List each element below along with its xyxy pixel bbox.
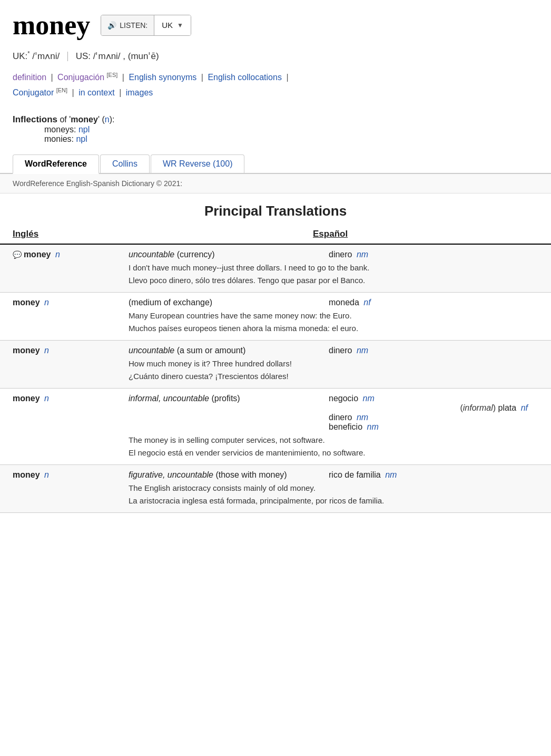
- entry-word: money: [24, 250, 51, 259]
- inflection-row-1: moneys: npl: [44, 125, 538, 134]
- entry-pos: n: [55, 250, 60, 259]
- link-conjugator[interactable]: Conjugator [EN]: [13, 88, 67, 97]
- row-top: money ninformal, uncountable (profits)ne…: [13, 394, 538, 432]
- es-translation-item: dinero nm: [329, 413, 538, 422]
- link-english-collocations[interactable]: English collocations: [208, 73, 282, 82]
- es-tag[interactable]: nm: [367, 422, 379, 431]
- tab-collins[interactable]: Collins: [100, 154, 150, 173]
- def-descriptor: uncountable: [129, 250, 174, 259]
- entry-word: money: [13, 470, 40, 479]
- row-es: negocio nm(informal) plata nfdinero nmbe…: [329, 394, 538, 432]
- row-definition: uncountable (a sum or amount): [129, 346, 329, 355]
- es-translation-item: (informal) plata nf: [329, 403, 538, 413]
- inflection-form-2: monies:: [44, 134, 76, 143]
- es-translation-item: beneficio nm: [329, 422, 538, 432]
- row-definition: (medium of exchange): [129, 298, 329, 307]
- listen-label: LISTEN:: [120, 21, 147, 30]
- def-descriptor: uncountable: [129, 346, 174, 355]
- entry-word: money: [13, 394, 40, 403]
- speaker-icon: 🔊: [107, 21, 116, 30]
- inflection-row-2: monies: npl: [44, 134, 538, 144]
- row-en-word: money n: [13, 346, 129, 355]
- entry-word: money: [13, 298, 40, 307]
- es-prefix: (informal): [460, 403, 498, 412]
- sep5: |: [72, 88, 74, 97]
- inflection-form-1: moneys:: [44, 125, 78, 134]
- uk-label: UK: [162, 21, 173, 30]
- listen-button[interactable]: 🔊 LISTEN: UK ▼: [101, 15, 191, 36]
- example-es: ¿Cuánto dinero cuesta? ¡Trescientos dóla…: [129, 370, 538, 383]
- tabs-area: WordReference Collins WR Reverse (100): [0, 149, 551, 174]
- es-tag[interactable]: nf: [363, 298, 370, 307]
- listen-right[interactable]: UK ▼: [154, 15, 191, 35]
- def-descriptor: figurative, uncountable: [129, 470, 213, 479]
- link-conjugacion[interactable]: Conjugación [ES]: [57, 73, 117, 82]
- entry-pos: n: [44, 394, 49, 403]
- dict-row: 💬 money nuncountable (currency)dinero nm…: [0, 245, 551, 293]
- example-es: El negocio está en vender servicios de m…: [129, 447, 538, 459]
- listen-left[interactable]: 🔊 LISTEN:: [101, 15, 154, 35]
- col-espanol-label: Español: [129, 229, 538, 239]
- tab-wordreference[interactable]: WordReference: [13, 154, 99, 174]
- sep1: |: [51, 73, 53, 82]
- example-en: I don't have much money--just three doll…: [129, 261, 538, 274]
- row-top: money nuncountable (a sum or amount)dine…: [13, 346, 538, 355]
- row-top: 💬 money nuncountable (currency)dinero nm: [13, 250, 538, 259]
- es-word: dinero: [329, 346, 352, 355]
- es-tag[interactable]: nm: [357, 250, 368, 259]
- example-es: La aristocracia inglesa está formada, pr…: [129, 495, 538, 507]
- inflections-title: Inflections: [13, 114, 57, 124]
- es-tag[interactable]: nm: [385, 470, 397, 479]
- es-tag[interactable]: nf: [521, 403, 528, 412]
- es-tag[interactable]: nm: [357, 413, 368, 422]
- row-examples: I don't have much money--just three doll…: [13, 261, 538, 287]
- es-badge: [ES]: [107, 72, 118, 78]
- inflections-of-text: of ': [60, 115, 71, 124]
- es-word: dinero: [329, 250, 352, 259]
- link-in-context[interactable]: in context: [78, 88, 114, 97]
- pronunciation-area: UK:* /ˈmʌni/ US: /ˈmʌni/ , (munˈē): [0, 46, 551, 68]
- chat-icon: 💬: [13, 250, 24, 259]
- row-en-word: money n: [13, 298, 129, 307]
- sep3: |: [201, 73, 203, 82]
- row-examples: Many European countries have the same mo…: [13, 309, 538, 335]
- dropdown-arrow-icon: ▼: [177, 22, 183, 29]
- es-word: beneficio: [329, 422, 362, 431]
- entries-container: 💬 money nuncountable (currency)dinero nm…: [0, 245, 551, 513]
- es-tag[interactable]: nm: [363, 394, 375, 403]
- links-area: definition | Conjugación [ES] | English …: [0, 68, 551, 107]
- tab-wr-reverse[interactable]: WR Reverse (100): [151, 154, 244, 173]
- inflection-npl-link-2[interactable]: npl: [76, 134, 87, 143]
- example-en: The English aristocracy consists mainly …: [129, 482, 538, 495]
- link-definition[interactable]: definition: [13, 73, 46, 82]
- row-es: dinero nm: [329, 346, 538, 355]
- row-top: money nfigurative, uncountable (those wi…: [13, 470, 538, 480]
- row-definition: uncountable (currency): [129, 250, 329, 259]
- example-en: Many European countries have the same mo…: [129, 309, 538, 322]
- dict-row: money nuncountable (a sum or amount)dine…: [0, 341, 551, 389]
- link-english-synonyms[interactable]: English synonyms: [129, 73, 196, 82]
- es-word: moneda: [329, 298, 359, 307]
- sep6: |: [119, 88, 121, 97]
- row-examples: How much money is it? Three hundred doll…: [13, 357, 538, 383]
- pron-divider: [67, 52, 68, 61]
- row-top: money n(medium of exchange)moneda nf: [13, 298, 538, 307]
- link-images[interactable]: images: [126, 88, 153, 97]
- inflections-pos-link[interactable]: n: [105, 115, 110, 124]
- row-en-word: money n: [13, 394, 129, 403]
- row-en-word: 💬 money n: [13, 250, 129, 259]
- inflections-paren-close: ):: [110, 115, 115, 124]
- row-es: dinero nm: [329, 250, 538, 259]
- col-headers: Inglés Español: [0, 225, 551, 245]
- word-title: money: [13, 9, 90, 41]
- col-ingles-label: Inglés: [13, 229, 129, 239]
- inflection-npl-link-1[interactable]: npl: [78, 125, 90, 134]
- example-es: Llevo poco dinero, sólo tres dólares. Te…: [129, 274, 538, 287]
- uk-ipa: /ˈmʌni/: [32, 51, 60, 61]
- entry-pos: n: [44, 298, 49, 307]
- dict-row: money ninformal, uncountable (profits)ne…: [0, 389, 551, 465]
- es-word: plata: [498, 403, 517, 412]
- es-tag[interactable]: nm: [357, 346, 368, 355]
- header-area: money 🔊 LISTEN: UK ▼: [0, 0, 551, 46]
- es-word: negocio: [329, 394, 358, 403]
